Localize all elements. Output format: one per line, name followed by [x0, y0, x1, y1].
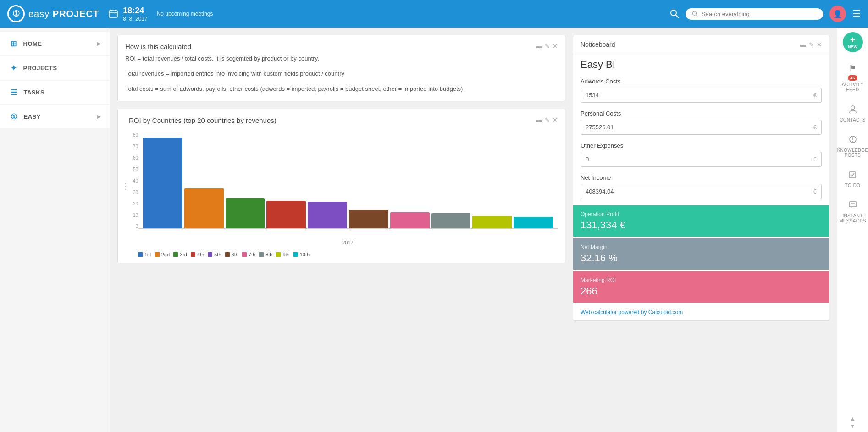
y-axis: 80 70 60 50 40 30 20 10 0 [125, 133, 138, 229]
logo-area: ① easy PROJECT [7, 5, 99, 22]
contacts-button[interactable]: CONTACTS [837, 99, 868, 129]
knowledge-posts-label: KNOWLEDGE POSTS [837, 148, 868, 158]
legend-item-3rd: 3rd [173, 252, 187, 257]
legend-dot-5th [208, 252, 212, 257]
topnav-center: 18:24 8. 8. 2017 No upcoming meetings [108, 6, 213, 22]
chart-area: 80 70 60 50 40 30 20 10 0 20 [118, 128, 565, 248]
todo-label: TO-DO [845, 183, 861, 188]
bi-title: Easy BI [573, 52, 829, 75]
close-icon[interactable]: ✕ [553, 43, 558, 50]
operation-profit-metric: Operation Profit 131,334 € [573, 205, 829, 237]
sidebar-item-home[interactable]: ⊞ HOME ▶ [0, 32, 110, 55]
sidebar-item-projects[interactable]: ✦ PROJECTS [0, 56, 110, 80]
roi-chart-actions: ▬ ✎ ✕ [536, 116, 558, 123]
personal-costs-currency: € [813, 124, 817, 131]
far-sidebar: + NEW ⚑ 45 ACTIVITY FEED CONTACTS [837, 28, 868, 432]
bar-9th [472, 216, 512, 228]
home-arrow: ▶ [97, 41, 101, 47]
legend-item-5th: 5th [208, 252, 221, 257]
search-box[interactable] [686, 8, 823, 20]
operation-profit-value: 131,334 € [581, 219, 822, 231]
activity-feed-button[interactable]: ⚑ 45 ACTIVITY FEED [837, 57, 868, 99]
noticeboard: Noticeboard ▬ ✎ ✕ Easy BI Adwords Costs … [573, 35, 829, 321]
scroll-down[interactable]: ▼ [850, 423, 856, 429]
scroll-up[interactable]: ▲ [850, 415, 856, 422]
legend-item-10th: 10th [293, 252, 310, 257]
home-icon: ⊞ [11, 39, 17, 48]
legend-dot-4th [191, 252, 195, 257]
adwords-currency: € [813, 92, 817, 99]
noticeboard-actions: ▬ ✎ ✕ [800, 41, 822, 48]
sidebar-label-easy: EASY [24, 113, 41, 120]
search-icon-nav[interactable] [670, 9, 679, 18]
legend-item-6th: 6th [225, 252, 238, 257]
roi-chart-title: ROI by Countries (top 20 countries by re… [129, 116, 276, 124]
sidebar-label-tasks: TASKS [24, 89, 45, 96]
personal-costs-value: 275526.01 [586, 124, 614, 131]
instant-messages-button[interactable]: INSTANT MESSAGES [836, 194, 868, 230]
easy-arrow: ▶ [97, 114, 101, 120]
bar-2nd [184, 188, 224, 229]
hamburger-menu[interactable]: ☰ [852, 8, 861, 19]
net-income-label: Net Income [581, 174, 822, 181]
bar-3rd [226, 198, 265, 229]
main-content: How is this calculated ▬ ✎ ✕ ROI = total… [110, 28, 837, 432]
sidebar-item-easy[interactable]: ① EASY ▶ [0, 105, 110, 128]
other-expenses-input[interactable]: 0 € [581, 152, 822, 167]
bi-footer: Web calculator powered by Calculoid.com [573, 305, 829, 320]
svg-rect-15 [849, 202, 857, 207]
legend-dot-2nd [155, 252, 160, 257]
todo-button[interactable]: TO-DO [842, 164, 863, 194]
roi-close-icon[interactable]: ✕ [553, 116, 558, 123]
nb-minimize-icon[interactable]: ▬ [800, 41, 806, 48]
legend-item-1st: 1st [138, 252, 151, 257]
net-margin-metric: Net Margin 32.16 % [573, 238, 829, 270]
edit-icon[interactable]: ✎ [545, 43, 550, 50]
knowledge-posts-button[interactable]: KNOWLEDGE POSTS [835, 129, 868, 164]
left-column: How is this calculated ▬ ✎ ✕ ROI = total… [117, 35, 565, 425]
nb-close-icon[interactable]: ✕ [817, 41, 822, 48]
nb-edit-icon[interactable]: ✎ [809, 41, 814, 48]
marketing-roi-label: Marketing ROI [581, 277, 822, 283]
other-expenses-label: Other Expenses [581, 142, 822, 149]
sidebar-item-tasks[interactable]: ☰ TASKS [0, 81, 110, 104]
sidebar: ⊞ HOME ▶ ✦ PROJECTS ☰ TASKS ① EASY ▶ [0, 28, 110, 432]
svg-line-7 [696, 15, 697, 16]
svg-line-14 [852, 173, 854, 176]
personal-costs-field: Personal Costs 275526.01 € [573, 107, 829, 139]
new-button[interactable]: + NEW [843, 32, 863, 52]
adwords-input[interactable]: 1534 € [581, 88, 822, 103]
net-income-input[interactable]: 408394.04 € [581, 184, 822, 199]
activity-feed-label: ACTIVITY FEED [840, 82, 865, 92]
legend-dot-8th [259, 252, 264, 257]
personal-costs-input[interactable]: 275526.01 € [581, 120, 822, 135]
bar-8th [431, 213, 471, 228]
search-input[interactable] [702, 11, 817, 17]
legend-dot-9th [276, 252, 281, 257]
svg-point-11 [852, 141, 853, 142]
legend-item-4th: 4th [191, 252, 204, 257]
operation-profit-label: Operation Profit [581, 211, 822, 217]
net-margin-label: Net Margin [581, 244, 822, 250]
roi-chart-widget: ⋮ ROI by Countries (top 20 countries by … [117, 109, 565, 263]
net-margin-value: 32.16 % [581, 252, 822, 264]
minimize-icon[interactable]: ▬ [536, 43, 542, 50]
legend-item-9th: 9th [276, 252, 289, 257]
roi-edit-icon[interactable]: ✎ [545, 116, 550, 123]
net-income-field: Net Income 408394.04 € [573, 172, 829, 204]
other-expenses-currency: € [813, 156, 817, 163]
flag-icon: ⚑ [849, 63, 856, 73]
bar-1st [143, 138, 182, 229]
legend-dot-10th [293, 252, 298, 257]
legend-item-2nd: 2nd [155, 252, 170, 257]
how-calculated-text3: Total costs = sum of adwords, payrolls, … [125, 84, 558, 94]
bar-4th [266, 201, 306, 229]
svg-line-5 [676, 15, 679, 18]
main-layout: ⊞ HOME ▶ ✦ PROJECTS ☰ TASKS ① EASY ▶ How… [0, 28, 868, 432]
avatar: 👤 [829, 6, 846, 22]
roi-minimize-icon[interactable]: ▬ [536, 116, 542, 123]
current-time: 18:24 [123, 6, 147, 16]
how-calculated-title: How is this calculated [125, 43, 191, 50]
personal-costs-label: Personal Costs [581, 110, 822, 117]
bar-5th [308, 202, 347, 229]
